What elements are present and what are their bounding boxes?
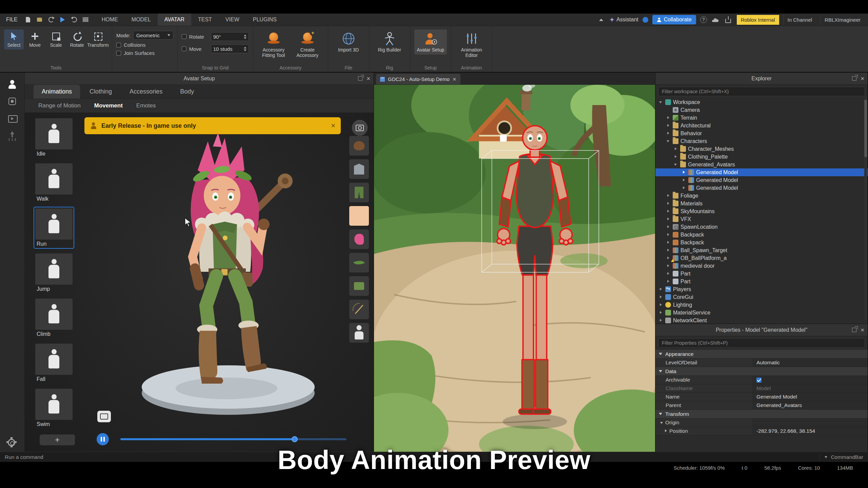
leaf-accessory-thumb[interactable] — [349, 253, 369, 272]
avatar-setup-tab[interactable]: Body — [172, 85, 202, 99]
ribbon-tab[interactable]: AVATAR — [158, 14, 191, 26]
ribbon-tab[interactable]: TEST — [191, 14, 219, 26]
animation-list-item[interactable]: Walk — [34, 162, 74, 204]
tree-row[interactable]: Architectural — [655, 122, 868, 129]
section-data[interactable]: Data — [655, 367, 868, 376]
viewport-tab[interactable]: GDC24 - Auto-Setup Demo — [376, 74, 460, 84]
expand-arrow-icon[interactable] — [666, 279, 671, 284]
avatar-setup-button[interactable]: Avatar Setup — [414, 29, 447, 55]
expand-arrow-icon[interactable] — [659, 318, 663, 323]
expand-arrow-icon[interactable] — [659, 287, 663, 291]
popout-icon[interactable] — [358, 76, 362, 81]
properties-filter-input[interactable]: Filter Properties (Ctrl+Shift+P) — [658, 338, 865, 348]
ribbon-button[interactable]: + Create Accessory — [291, 29, 324, 60]
datagrid-icon[interactable] — [81, 16, 90, 24]
tool-button[interactable]: Rotate — [67, 29, 87, 49]
tool-button[interactable]: Select — [4, 29, 24, 49]
ribbon-button[interactable]: + Accessory Fitting Tool — [257, 29, 290, 60]
avatar-setup-tab[interactable]: Accessories — [121, 85, 171, 99]
expand-arrow-icon[interactable] — [666, 271, 671, 276]
cloud-icon[interactable] — [711, 16, 720, 24]
explorer-filter-input[interactable]: Filter workspace (Ctrl+Shift+X) — [658, 87, 865, 96]
tool-button[interactable]: Scale — [46, 29, 66, 49]
animation-editor-button[interactable]: Animation Editor — [455, 29, 488, 60]
pause-button[interactable] — [97, 433, 109, 445]
property-value[interactable]: -282.979, 22.668, 38.154 — [753, 427, 868, 435]
expand-arrow-icon[interactable] — [666, 232, 671, 237]
shirt-accessory-thumb[interactable] — [349, 276, 369, 296]
add-animation-button[interactable]: + — [40, 434, 75, 445]
animation-list-item[interactable]: Idle — [34, 117, 74, 159]
expand-arrow-icon[interactable] — [674, 147, 678, 151]
expand-arrow-icon[interactable] — [666, 264, 671, 268]
animation-list-item[interactable]: Run — [34, 207, 74, 249]
tree-row[interactable]: Camera — [655, 106, 868, 114]
expand-arrow-icon[interactable] — [659, 303, 663, 307]
tree-row[interactable]: Part — [655, 270, 868, 278]
collisions-checkbox[interactable]: Collisions — [116, 42, 145, 48]
expand-arrow-icon[interactable] — [666, 248, 671, 252]
tree-row[interactable]: Players — [655, 285, 868, 293]
expand-arrow-icon[interactable] — [674, 162, 678, 167]
tree-row[interactable]: VFX — [655, 215, 868, 223]
expand-arrow-icon[interactable] — [674, 155, 678, 159]
animation-subtab[interactable]: Range of Motion — [38, 102, 81, 109]
section-transform[interactable]: Transform — [655, 410, 868, 419]
expand-arrow-icon[interactable] — [666, 240, 671, 245]
playback-slider[interactable] — [120, 438, 347, 440]
pink-hair-thumb[interactable] — [349, 229, 369, 249]
property-value[interactable]: Generated Model — [753, 393, 868, 401]
expand-arrow-icon[interactable] — [664, 429, 668, 433]
share-icon[interactable] — [724, 16, 733, 24]
tree-row[interactable]: Workspace — [655, 98, 868, 106]
notification-icon[interactable] — [643, 17, 648, 23]
tree-row[interactable]: Characters — [655, 137, 868, 145]
tree-row[interactable]: Generated Model — [655, 176, 868, 184]
avatar-tool-icon[interactable] — [7, 79, 17, 89]
undo-icon[interactable] — [47, 16, 56, 24]
tree-row[interactable]: Generated Model — [655, 184, 868, 192]
viewport-scene[interactable] — [374, 85, 655, 452]
expand-arrow-icon[interactable] — [659, 310, 663, 315]
close-icon[interactable] — [861, 75, 864, 82]
torso-accessory-thumb[interactable] — [349, 159, 369, 179]
ribbon-tab[interactable]: MODEL — [125, 14, 158, 26]
skin-tone-thumb[interactable] — [349, 206, 369, 226]
tree-row[interactable]: Terrain — [655, 114, 868, 122]
animation-list-item[interactable]: Swim — [34, 387, 74, 429]
tree-row[interactable]: Backpack — [655, 231, 868, 239]
tree-row[interactable]: Character_Meshes — [655, 145, 868, 153]
tree-row[interactable]: Generated Model — [655, 168, 868, 176]
import-3d-button[interactable]: Import 3D — [332, 29, 365, 55]
avatar-3d-preview[interactable] — [76, 126, 333, 431]
tree-row[interactable]: medieval door — [655, 262, 868, 270]
tree-row[interactable]: Backpack — [655, 239, 868, 246]
property-value[interactable] — [753, 419, 868, 427]
close-icon[interactable] — [861, 327, 864, 333]
close-icon[interactable] — [367, 75, 370, 82]
screenshot-camera-button[interactable] — [97, 411, 111, 422]
expand-arrow-icon[interactable] — [666, 256, 671, 260]
expand-arrow-icon[interactable] — [666, 123, 671, 128]
expand-arrow-icon[interactable] — [659, 100, 663, 104]
pose-thumb[interactable] — [349, 323, 369, 343]
expand-arrow-icon[interactable] — [666, 108, 671, 112]
animation-subtab[interactable]: Emotes — [136, 102, 156, 109]
ribbon-tab[interactable]: PLUGINS — [246, 14, 283, 26]
tree-row[interactable]: OB_BallPlatform_a — [655, 254, 868, 262]
rig-builder-button[interactable]: Rig Builder — [373, 29, 406, 55]
tree-row[interactable]: Foliage — [655, 192, 868, 200]
bow-accessory-thumb[interactable] — [349, 300, 369, 319]
tree-row[interactable]: Part — [655, 278, 868, 285]
play-icon[interactable] — [58, 16, 67, 24]
new-file-icon[interactable] — [24, 16, 33, 24]
rotate-step-field[interactable]: 90° — [211, 32, 249, 41]
expand-arrow-icon[interactable] — [666, 139, 671, 143]
snap-move-checkbox[interactable]: Move — [182, 46, 208, 52]
property-value[interactable]: Automatic — [753, 359, 868, 367]
ribbon-tab[interactable]: HOME — [95, 14, 125, 26]
tree-row[interactable]: Materials — [655, 200, 868, 207]
property-value[interactable]: Generated_Avatars — [753, 401, 868, 409]
popout-icon[interactable] — [852, 76, 856, 81]
tree-row[interactable]: Clothing_Palette — [655, 153, 868, 161]
